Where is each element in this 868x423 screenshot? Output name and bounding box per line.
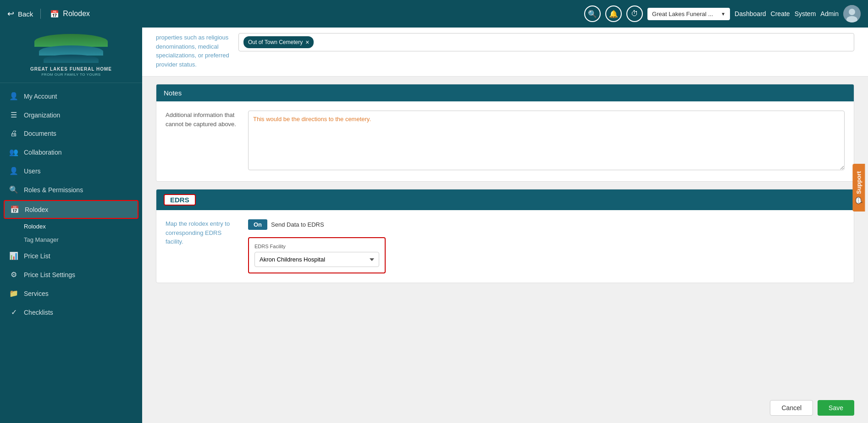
top-navigation: ↩ Back 📅 Rolodex 🔍 🔔 ⏱ Great Lakes Funer… bbox=[0, 0, 868, 28]
logo-main-text: GREAT LAKES FUNERAL HOME bbox=[30, 67, 112, 72]
dashboard-link[interactable]: Dashboard bbox=[735, 10, 766, 17]
edrs-toggle-text: Send Data to EDRS bbox=[271, 221, 324, 228]
sidebar-item-label: Services bbox=[24, 290, 49, 297]
user-avatar[interactable] bbox=[843, 5, 861, 22]
edrs-panel: EDRS Map the rolodex entry to correspond… bbox=[156, 189, 854, 283]
back-arrow-icon: ↩ bbox=[7, 9, 14, 19]
sidebar-item-services[interactable]: 📁 Services bbox=[0, 284, 142, 303]
search2-icon: 🔍 bbox=[9, 185, 18, 194]
edrs-panel-header: EDRS bbox=[156, 189, 854, 210]
toggle-row: On Send Data to EDRS bbox=[248, 219, 845, 230]
support-icon: 💬 bbox=[856, 197, 862, 204]
sidebar-item-label: Price List Settings bbox=[24, 271, 75, 278]
notes-textarea[interactable]: This would be the directions to the ceme… bbox=[248, 111, 845, 170]
sidebar-item-label: Checklists bbox=[24, 309, 53, 316]
printer-icon: 🖨 bbox=[9, 129, 18, 138]
tag-chip: Out of Town Cemetery × bbox=[243, 36, 314, 48]
user-icon: 👤 bbox=[9, 167, 18, 175]
system-link[interactable]: System bbox=[795, 10, 816, 17]
group-icon: 👥 bbox=[9, 148, 18, 156]
notification-bell-button[interactable]: 🔔 bbox=[605, 6, 622, 22]
settings-icon: ⚙ bbox=[9, 270, 18, 279]
facility-label: EDRS Facility bbox=[254, 244, 379, 249]
sidebar-item-rolodex[interactable]: 📅 Rolodex bbox=[4, 200, 138, 219]
logo-waves bbox=[34, 34, 108, 63]
tags-description: properties such as religious denominatio… bbox=[156, 33, 229, 69]
nav-brand: 📅 Rolodex bbox=[50, 10, 90, 18]
notes-title: Notes bbox=[164, 89, 182, 97]
org-dropdown-arrow: ▼ bbox=[721, 11, 725, 17]
tags-input-area[interactable]: Out of Town Cemetery × bbox=[238, 33, 854, 51]
tag-remove-button[interactable]: × bbox=[305, 39, 309, 46]
sidebar-item-label: My Account bbox=[24, 93, 57, 100]
tag-label: Out of Town Cemetery bbox=[248, 39, 303, 45]
sidebar-item-label: Documents bbox=[24, 130, 56, 137]
sidebar-item-checklists[interactable]: ✓ Checklists bbox=[0, 303, 142, 322]
svg-point-1 bbox=[849, 9, 855, 15]
sidebar-sub-label: Rolodex bbox=[24, 223, 46, 230]
edrs-label: Map the rolodex entry to corresponding E… bbox=[166, 219, 239, 273]
sidebar-navigation: 👤 My Account ☰ Organization 🖨 Documents … bbox=[0, 83, 142, 423]
clock-icon-button[interactable]: ⏱ bbox=[626, 6, 643, 22]
org-selector[interactable]: Great Lakes Funeral ... ▼ bbox=[647, 8, 730, 20]
edrs-panel-body: Map the rolodex entry to corresponding E… bbox=[156, 210, 854, 283]
sidebar-item-roles-permissions[interactable]: 🔍 Roles & Permissions bbox=[0, 180, 142, 199]
edrs-title: EDRS bbox=[164, 194, 196, 206]
sidebar-item-price-list[interactable]: 📊 Price List bbox=[0, 246, 142, 265]
search-icon-button[interactable]: 🔍 bbox=[584, 6, 601, 22]
edrs-facility-box: EDRS Facility Akron Childrens Hospital C… bbox=[248, 237, 386, 273]
support-tab[interactable]: 💬 Support bbox=[853, 164, 865, 212]
sidebar-item-label: Price List bbox=[24, 252, 50, 260]
notes-panel: Notes Additional information that cannot… bbox=[156, 84, 854, 182]
nav-icons-group: 🔍 🔔 ⏱ Great Lakes Funeral ... ▼ Dashboar… bbox=[584, 5, 861, 22]
main-layout: GREAT LAKES FUNERAL HOME FROM OUR FAMILY… bbox=[0, 28, 868, 423]
calendar-icon: 📅 bbox=[50, 10, 59, 18]
sidebar-item-documents[interactable]: 🖨 Documents bbox=[0, 124, 142, 143]
admin-link[interactable]: Admin bbox=[820, 10, 839, 17]
sidebar-item-users[interactable]: 👤 Users bbox=[0, 161, 142, 180]
edrs-toggle-button[interactable]: On bbox=[248, 219, 267, 230]
org-name: Great Lakes Funeral ... bbox=[652, 11, 713, 17]
tags-section: properties such as religious denominatio… bbox=[142, 28, 868, 77]
sidebar-item-price-list-settings[interactable]: ⚙ Price List Settings bbox=[0, 265, 142, 284]
save-button[interactable]: Save bbox=[818, 400, 854, 416]
notes-label: Additional information that cannot be ca… bbox=[166, 111, 239, 172]
sidebar-item-label: Collaboration bbox=[24, 149, 62, 156]
sidebar-item-label: Rolodex bbox=[25, 206, 48, 213]
folder-icon: 📁 bbox=[9, 289, 18, 298]
cancel-button[interactable]: Cancel bbox=[770, 400, 813, 416]
logo-sub-text: FROM OUR FAMILY TO YOURS bbox=[41, 72, 100, 77]
logo-image: GREAT LAKES FUNERAL HOME FROM OUR FAMILY… bbox=[30, 37, 112, 73]
footer-buttons: Cancel Save bbox=[142, 393, 868, 423]
calendar2-icon: 📅 bbox=[10, 205, 19, 214]
tags-input-container: Out of Town Cemetery × bbox=[238, 33, 854, 51]
sidebar-item-my-account[interactable]: 👤 My Account bbox=[0, 87, 142, 106]
sidebar-item-label: Roles & Permissions bbox=[24, 186, 83, 194]
sidebar-sub-label: Tag Manager bbox=[24, 236, 59, 243]
support-label: Support bbox=[856, 171, 862, 194]
create-link[interactable]: Create bbox=[771, 10, 790, 17]
list-icon: ☰ bbox=[9, 111, 18, 119]
content-inner: Notes Additional information that cannot… bbox=[142, 77, 868, 393]
notes-panel-body: Additional information that cannot be ca… bbox=[156, 101, 854, 181]
sidebar-sub-item-rolodex[interactable]: Rolodex bbox=[0, 220, 142, 233]
sidebar-logo: GREAT LAKES FUNERAL HOME FROM OUR FAMILY… bbox=[0, 28, 142, 83]
sidebar-item-label: Users bbox=[24, 167, 41, 175]
edrs-controls: On Send Data to EDRS EDRS Facility Akron… bbox=[248, 219, 845, 273]
content-area: properties such as religious denominatio… bbox=[142, 28, 868, 423]
check-icon: ✓ bbox=[9, 308, 18, 317]
barchart-icon: 📊 bbox=[9, 251, 18, 260]
sidebar-sub-item-tag-manager[interactable]: Tag Manager bbox=[0, 233, 142, 246]
brand-label: Rolodex bbox=[63, 10, 90, 18]
sidebar-item-organization[interactable]: ☰ Organization bbox=[0, 106, 142, 124]
sidebar-item-collaboration[interactable]: 👥 Collaboration bbox=[0, 143, 142, 161]
person-icon: 👤 bbox=[9, 92, 18, 100]
back-button[interactable]: ↩ Back bbox=[7, 9, 41, 19]
sidebar: GREAT LAKES FUNERAL HOME FROM OUR FAMILY… bbox=[0, 28, 142, 423]
sidebar-item-label: Organization bbox=[24, 111, 60, 119]
edrs-facility-select[interactable]: Akron Childrens Hospital Cleveland Clini… bbox=[254, 252, 379, 267]
notes-content: This would be the directions to the ceme… bbox=[248, 111, 845, 172]
back-label: Back bbox=[18, 10, 33, 18]
notes-panel-header: Notes bbox=[156, 84, 854, 101]
